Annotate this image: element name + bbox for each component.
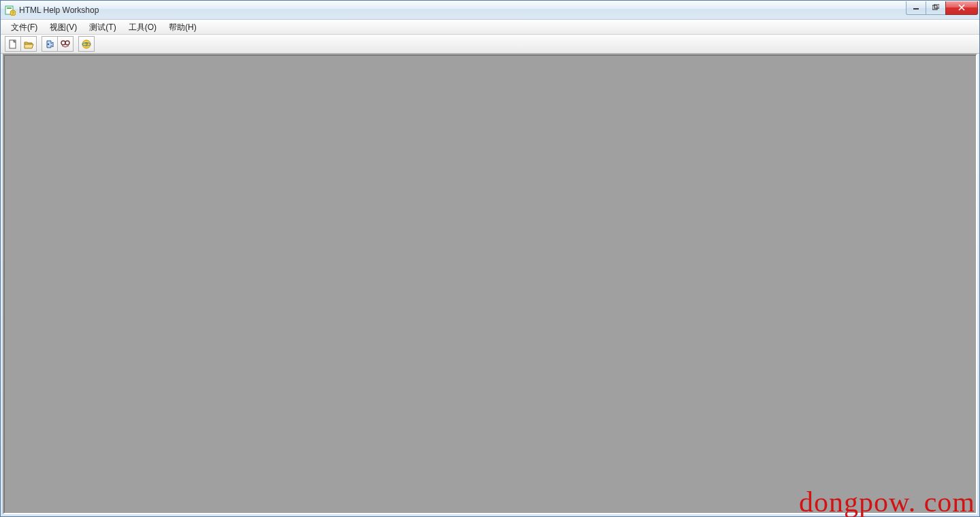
svg-rect-1 bbox=[7, 7, 12, 9]
help-icon: ? bbox=[81, 39, 92, 50]
maximize-button[interactable] bbox=[926, 1, 946, 15]
menu-test[interactable]: 测试(T) bbox=[83, 20, 122, 35]
open-button[interactable] bbox=[20, 36, 37, 52]
svg-point-11 bbox=[61, 41, 65, 45]
menu-view[interactable]: 视图(V) bbox=[44, 20, 83, 35]
view-compiled-icon bbox=[60, 39, 71, 50]
window-title: HTML Help Workshop bbox=[19, 5, 906, 15]
toolbar-separator bbox=[73, 36, 78, 52]
app-icon: ? bbox=[5, 5, 16, 16]
title-bar[interactable]: ? HTML Help Workshop bbox=[1, 1, 979, 20]
svg-text:?: ? bbox=[12, 11, 14, 16]
new-button[interactable] bbox=[5, 36, 21, 52]
app-window: ? HTML Help Workshop 文件(F) 视 bbox=[0, 0, 980, 517]
view-compiled-button[interactable] bbox=[57, 36, 74, 52]
menu-bar: 文件(F) 视图(V) 测试(T) 工具(O) 帮助(H) bbox=[1, 20, 979, 35]
svg-rect-4 bbox=[913, 8, 919, 10]
toolbar-separator bbox=[36, 36, 42, 52]
new-file-icon bbox=[7, 39, 18, 50]
menu-file[interactable]: 文件(F) bbox=[5, 20, 44, 35]
open-folder-icon bbox=[23, 39, 34, 50]
svg-text:?: ? bbox=[85, 41, 88, 48]
help-button[interactable]: ? bbox=[78, 36, 95, 52]
close-icon bbox=[958, 4, 966, 11]
maximize-icon bbox=[932, 4, 939, 11]
minimize-icon bbox=[913, 4, 919, 11]
toolbar: ? bbox=[1, 35, 979, 54]
compile-button[interactable] bbox=[42, 36, 58, 52]
menu-help[interactable]: 帮助(H) bbox=[163, 20, 203, 35]
svg-point-10 bbox=[48, 43, 49, 44]
svg-point-12 bbox=[65, 41, 69, 45]
compile-icon bbox=[44, 39, 55, 50]
window-controls bbox=[906, 1, 978, 15]
menu-tools[interactable]: 工具(O) bbox=[122, 20, 163, 35]
minimize-button[interactable] bbox=[906, 1, 926, 15]
mdi-client-area bbox=[3, 54, 977, 514]
close-button[interactable] bbox=[945, 1, 978, 15]
